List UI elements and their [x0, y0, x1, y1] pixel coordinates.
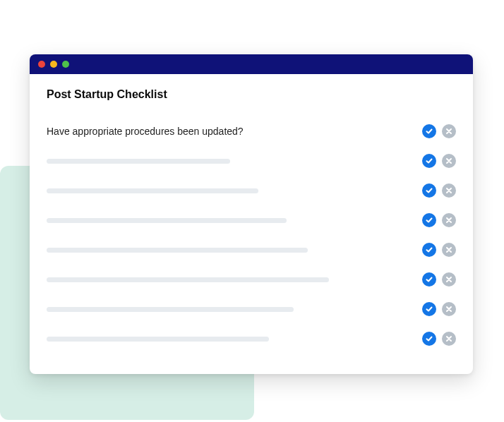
check-icon[interactable]: [422, 213, 436, 227]
x-icon[interactable]: [442, 272, 456, 287]
check-icon[interactable]: [422, 243, 436, 257]
check-icon[interactable]: [422, 272, 436, 287]
check-icon[interactable]: [422, 183, 436, 198]
x-icon[interactable]: [442, 332, 456, 346]
checklist-item-actions: [422, 213, 456, 227]
check-icon[interactable]: [422, 124, 436, 138]
x-icon[interactable]: [442, 124, 456, 138]
checklist-item: [47, 294, 456, 324]
checklist-item-placeholder: [47, 159, 230, 164]
checklist-item-placeholder: [47, 218, 287, 223]
app-window: Post Startup Checklist Have appropriate …: [30, 54, 473, 374]
checklist-item-actions: [422, 272, 456, 287]
check-icon[interactable]: [422, 302, 436, 316]
check-icon[interactable]: [422, 332, 436, 346]
checklist-item: [47, 205, 456, 235]
checklist-item: [47, 146, 456, 176]
checklist-item-text: Have appropriate procedures been updated…: [47, 126, 244, 137]
checklist-item-placeholder: [47, 277, 329, 282]
window-content: Post Startup Checklist Have appropriate …: [30, 74, 473, 361]
checklist-item: Have appropriate procedures been updated…: [47, 116, 456, 146]
checklist-item-actions: [422, 243, 456, 257]
x-icon[interactable]: [442, 154, 456, 168]
checklist-item-placeholder: [47, 307, 294, 312]
window-titlebar: [30, 54, 473, 74]
checklist-item: [47, 235, 456, 265]
checklist-item-placeholder: [47, 188, 258, 193]
checklist-item-placeholder: [47, 337, 269, 342]
checklist-item: [47, 265, 456, 294]
checklist-item: [47, 324, 456, 354]
x-icon[interactable]: [442, 302, 456, 316]
checklist-item-actions: [422, 183, 456, 198]
check-icon[interactable]: [422, 154, 436, 168]
x-icon[interactable]: [442, 183, 456, 198]
x-icon[interactable]: [442, 243, 456, 257]
checklist-item-placeholder: [47, 248, 308, 253]
checklist-item: [47, 176, 456, 205]
minimize-icon[interactable]: [50, 61, 57, 68]
page-title: Post Startup Checklist: [47, 88, 456, 101]
checklist-item-actions: [422, 124, 456, 138]
maximize-icon[interactable]: [62, 61, 69, 68]
checklist: Have appropriate procedures been updated…: [47, 116, 456, 354]
x-icon[interactable]: [442, 213, 456, 227]
checklist-item-actions: [422, 154, 456, 168]
close-icon[interactable]: [38, 61, 45, 68]
checklist-item-actions: [422, 302, 456, 316]
checklist-item-actions: [422, 332, 456, 346]
